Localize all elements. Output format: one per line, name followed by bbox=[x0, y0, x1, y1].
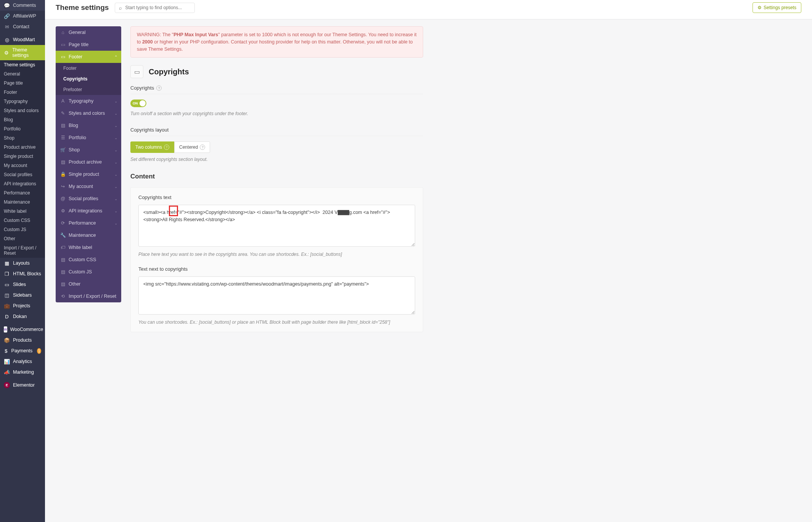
sidebar-sub-general[interactable]: General bbox=[0, 69, 45, 79]
ts-item-label: Social profiles bbox=[69, 196, 98, 201]
sidebar-sub-performance[interactable]: Performance bbox=[0, 188, 45, 198]
sidebar-item-theme-settings[interactable]: ⚙Theme settings bbox=[0, 45, 45, 60]
footer-icon: ▭ bbox=[60, 54, 66, 59]
sidebar-item-label: Slides bbox=[13, 282, 26, 287]
ts-item-typography[interactable]: ATypography⌄ bbox=[56, 95, 121, 107]
sidebar-sub-my-account[interactable]: My account bbox=[0, 161, 45, 170]
ts-item-my-account[interactable]: ↪My account⌄ bbox=[56, 180, 121, 193]
field-label-copyrights: Copyrights bbox=[130, 85, 154, 91]
sidebar-item-label: Payments bbox=[11, 348, 33, 353]
help-icon: ? bbox=[164, 145, 169, 150]
sidebar-item-label: Sidebars bbox=[13, 292, 32, 298]
blocks-icon: ❐ bbox=[4, 271, 10, 277]
sidebar-item-label: AffiliateWP bbox=[13, 13, 36, 19]
content-heading: Content bbox=[130, 173, 423, 180]
sidebar-sub-social[interactable]: Social profiles bbox=[0, 170, 45, 179]
ts-item-page-title[interactable]: ▭Page title bbox=[56, 39, 121, 51]
ts-item-product-archive[interactable]: ▤Product archive⌄ bbox=[56, 156, 121, 168]
ts-item-custom-js[interactable]: ▤Custom JS bbox=[56, 266, 121, 278]
home-icon: ⌂ bbox=[60, 30, 66, 35]
page-title: Theme settings bbox=[56, 3, 109, 12]
ts-item-label: Shop bbox=[69, 147, 80, 153]
sidebar-sub-portfolio[interactable]: Portfolio bbox=[0, 124, 45, 133]
ts-item-label: Portfolio bbox=[69, 135, 86, 140]
ts-item-import-export[interactable]: ⟲Import / Export / Reset bbox=[56, 290, 121, 302]
ts-item-social[interactable]: @Social profiles⌄ bbox=[56, 193, 121, 205]
search-box[interactable]: ⌕ bbox=[115, 3, 195, 13]
ts-item-custom-css[interactable]: ▤Custom CSS bbox=[56, 254, 121, 266]
sidebar-sub-footer[interactable]: Footer bbox=[0, 88, 45, 97]
search-input[interactable] bbox=[125, 5, 191, 10]
layout-two-columns-button[interactable]: Two columns? bbox=[130, 141, 174, 153]
sidebar-sub-custom-css[interactable]: Custom CSS bbox=[0, 216, 45, 225]
ts-item-footer[interactable]: ▭Footer⌃ bbox=[56, 51, 121, 63]
layout-centered-button[interactable]: Centered? bbox=[174, 141, 210, 153]
sidebar-sub-product-archive[interactable]: Product archive bbox=[0, 143, 45, 152]
sidebar-item-marketing[interactable]: 📣Marketing bbox=[0, 367, 45, 377]
text-next-textarea[interactable] bbox=[138, 276, 415, 315]
ts-item-label: Styles and colors bbox=[69, 111, 105, 116]
sliders-icon: ⚙ bbox=[4, 50, 9, 56]
ts-item-portfolio[interactable]: ☰Portfolio⌄ bbox=[56, 132, 121, 144]
sidebar-item-products[interactable]: 📦Products bbox=[0, 335, 45, 345]
sidebar-sub-maintenance[interactable]: Maintenance bbox=[0, 198, 45, 207]
sidebar-item-sidebars[interactable]: ◫Sidebars bbox=[0, 290, 45, 300]
help-icon[interactable]: ? bbox=[156, 85, 162, 91]
sidebar-sub-typography[interactable]: Typography bbox=[0, 97, 45, 106]
sidebar-item-label: WooCommerce bbox=[10, 327, 43, 332]
sidebar-item-payments[interactable]: $Payments1 bbox=[0, 345, 45, 356]
sidebar-item-projects[interactable]: 💼Projects bbox=[0, 300, 45, 311]
sidebar-sub-page-title[interactable]: Page title bbox=[0, 79, 45, 88]
styles-icon: ✎ bbox=[60, 111, 66, 116]
sidebar-item-contact[interactable]: ✉Contact bbox=[0, 21, 45, 32]
toggle-hint: Turn on/off a section with your copyrigh… bbox=[130, 111, 423, 116]
ts-item-styles[interactable]: ✎Styles and colors⌄ bbox=[56, 107, 121, 119]
sidebar-sub-other[interactable]: Other bbox=[0, 234, 45, 243]
sidebar-item-label: Theme settings bbox=[12, 47, 41, 58]
ts-item-blog[interactable]: ▤Blog⌄ bbox=[56, 119, 121, 132]
sidebar-item-woodmart[interactable]: ◎WoodMart bbox=[0, 34, 45, 45]
sidebar-item-elementor[interactable]: EElementor bbox=[0, 380, 45, 390]
sidebar-item-dokan[interactable]: DDokan bbox=[0, 311, 45, 322]
projects-icon: 💼 bbox=[4, 303, 10, 309]
sidebar-item-analytics[interactable]: 📊Analytics bbox=[0, 356, 45, 367]
sidebar-item-woocommerce[interactable]: WWooCommerce bbox=[0, 324, 45, 335]
ts-item-general[interactable]: ⌂General bbox=[56, 26, 121, 39]
sidebar-sub-shop[interactable]: Shop bbox=[0, 133, 45, 143]
ts-sub-copyrights[interactable]: Copyrights bbox=[56, 74, 121, 84]
sidebar-sub-blog[interactable]: Blog bbox=[0, 115, 45, 124]
portfolio-icon: ☰ bbox=[60, 135, 66, 140]
ts-item-api[interactable]: ⚙API integrations⌄ bbox=[56, 205, 121, 217]
warning-bold2: 2000 bbox=[142, 39, 153, 45]
ts-item-label: Product archive bbox=[69, 159, 102, 165]
sidebar-item-affiliatewp[interactable]: 🔗AffiliateWP bbox=[0, 11, 45, 21]
sidebar-item-comments[interactable]: 💬Comments bbox=[0, 0, 45, 11]
sidebar-sub-custom-js[interactable]: Custom JS bbox=[0, 225, 45, 234]
ts-item-white-label[interactable]: 🏷White label bbox=[56, 241, 121, 254]
ts-item-performance[interactable]: ⟳Performance⌄ bbox=[56, 217, 121, 229]
ts-sub-prefooter[interactable]: Prefooter bbox=[56, 84, 121, 95]
sidebar-item-html-blocks[interactable]: ❐HTML Blocks bbox=[0, 268, 45, 279]
settings-presets-button[interactable]: ⚙Settings presets bbox=[753, 2, 801, 13]
ts-item-label: Page title bbox=[69, 42, 88, 47]
other-icon: ▤ bbox=[60, 281, 66, 287]
ts-sub-footer[interactable]: Footer bbox=[56, 63, 121, 74]
sidebar-sub-single-product[interactable]: Single product bbox=[0, 152, 45, 161]
ts-item-single-product[interactable]: 🔒Single product⌄ bbox=[56, 168, 121, 180]
ts-item-other[interactable]: ▤Other bbox=[56, 278, 121, 290]
sidebar-item-label: Dokan bbox=[13, 314, 27, 319]
copyrights-toggle[interactable]: ON bbox=[130, 100, 146, 107]
ts-item-shop[interactable]: 🛒Shop⌄ bbox=[56, 144, 121, 156]
ts-item-maintenance[interactable]: 🔧Maintenance bbox=[56, 229, 121, 241]
sidebar-item-layouts[interactable]: ▦Layouts bbox=[0, 258, 45, 268]
copyrights-text-textarea[interactable] bbox=[138, 205, 415, 247]
sidebar-sub-api[interactable]: API integrations bbox=[0, 179, 45, 188]
sidebar-item-slides[interactable]: ▭Slides bbox=[0, 279, 45, 290]
envelope-icon: ✉ bbox=[4, 24, 10, 30]
sidebar-sub-styles[interactable]: Styles and colors bbox=[0, 106, 45, 115]
sidebar-sub-theme-settings[interactable]: Theme settings bbox=[0, 60, 45, 69]
sidebar-sub-import-export[interactable]: Import / Export / Reset bbox=[0, 243, 45, 258]
button-label: Settings presets bbox=[764, 5, 796, 10]
sidebar-item-label: Analytics bbox=[13, 359, 32, 364]
sidebar-sub-white-label[interactable]: White label bbox=[0, 207, 45, 216]
